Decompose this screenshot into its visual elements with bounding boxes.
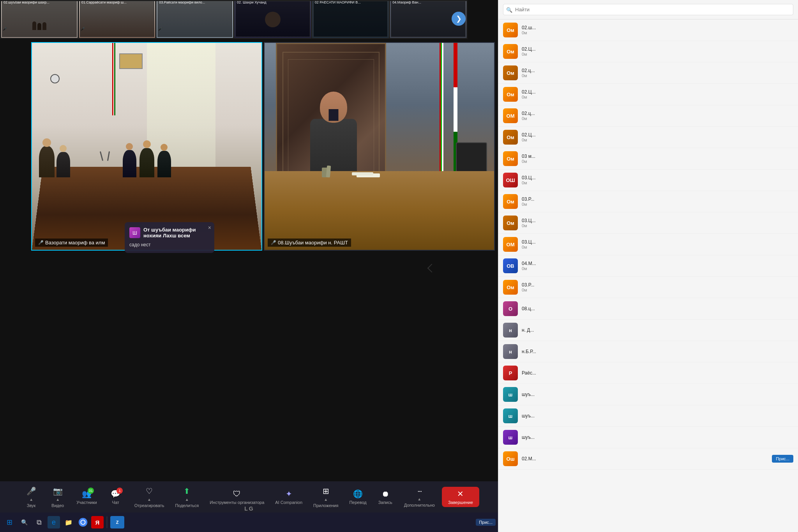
sidebar-item[interactable]: О08.ц... — [498, 298, 798, 320]
sidebar-avatar: Ом — [503, 65, 518, 80]
participant-label-3: 03.Раёсати маорифи вило... — [157, 1, 232, 37]
audio-arrow: ▲ — [29, 497, 33, 502]
end-call-button[interactable]: ✕ Завершение — [442, 487, 479, 507]
sidebar-avatar: Ом — [503, 130, 518, 145]
yandex-button[interactable]: Я — [91, 516, 104, 528]
chat-sender: От шуъбаи маорифи нохияи Лахш всем — [143, 227, 210, 239]
participant-label-1: 02.шуъбаи маорифи шахр... — [2, 1, 77, 37]
participant-label-4: 02. Шахри Хучанд — [235, 1, 310, 37]
participants-label: Участники — [76, 500, 97, 505]
translate-button[interactable]: 🌐 Перевод — [345, 487, 370, 507]
participant-thumb-3[interactable]: 🎤 03.Раёсати маорифи вило... — [156, 1, 233, 38]
sidebar-item[interactable]: ОВ04.М...0м — [498, 255, 798, 277]
participant-label-2: 01.Сарраёсати маориф ш... — [80, 1, 155, 37]
participants-button[interactable]: 👥 31 Участники — [72, 487, 101, 507]
sidebar-item[interactable]: шшуъ... — [498, 427, 798, 448]
sidebar-item-info: 04.М...0м — [522, 261, 793, 271]
mic-icon-right: 🎤 — [271, 240, 276, 245]
translate-label: Перевод — [349, 500, 366, 505]
sidebar-item[interactable]: Ош02.М...Прис... — [498, 448, 798, 470]
taskbar-right: Прис... — [476, 519, 496, 526]
sidebar-item-name: шуъ... — [522, 392, 793, 397]
participant-label-5: 02 РАЁСАТИ МАОРИФИ В... — [313, 1, 388, 37]
ai-icon: ✦ — [286, 489, 292, 498]
sidebar-item[interactable]: Ом02.Ц...0м — [498, 41, 798, 62]
taskview-button[interactable]: ⧉ — [33, 516, 45, 528]
sidebar-item[interactable]: Ом02.Ц...0м — [498, 127, 798, 148]
sidebar-item-time: 0м — [522, 138, 793, 142]
sidebar-item-info: 02.Ц...0м — [522, 46, 793, 57]
share-icon: ⬆ — [184, 486, 190, 496]
participant-thumb-2[interactable]: 🎤 01.Сарраёсати маориф ш... — [79, 1, 156, 38]
participant-thumb-1[interactable]: 🎤 02.шуъбаи маорифи шахр... — [1, 1, 78, 38]
sidebar-avatar: ш — [503, 387, 518, 402]
video-panel-right[interactable]: 🎤 08.Шуъбаи маорифи н. РАШТ — [264, 42, 495, 251]
react-arrow: ▲ — [147, 497, 151, 502]
sidebar-item[interactable]: нн.Б.Р... — [498, 341, 798, 362]
sidebar-item[interactable]: шшуъ... — [498, 405, 798, 427]
video-button[interactable]: 📷 ▲ Видео — [46, 484, 69, 510]
sidebar-item-name: 03.Ц... — [522, 239, 793, 245]
sidebar-item[interactable]: нн. Д... — [498, 320, 798, 341]
share-button[interactable]: ⬆ ▲ Поделиться — [171, 484, 203, 510]
sidebar-item-name: 03.Р... — [522, 196, 793, 202]
sidebar-item[interactable]: Ом03.Р...0м — [498, 191, 798, 212]
mic-icon-left: 🎤 — [38, 240, 44, 245]
sidebar-item-info: 02.ц...0м — [522, 111, 793, 121]
sidebar-item-info: 02.ц...0м — [522, 68, 793, 78]
nav-arrow-right[interactable]: ❯ — [452, 12, 466, 26]
react-button[interactable]: ♡ ▲ Отреагировать — [131, 484, 168, 510]
record-button[interactable]: ⏺ Запись — [374, 487, 397, 507]
sidebar-item[interactable]: ОШ03.Ц...0м — [498, 170, 798, 191]
sidebar-avatar: н — [503, 344, 518, 359]
lg-logo: LG — [244, 505, 254, 512]
sidebar-item-time: 0м — [522, 245, 793, 249]
chrome-button[interactable] — [77, 516, 89, 528]
more-button[interactable]: ··· ▲ Дополнительно — [400, 484, 439, 510]
sidebar-item[interactable]: шшуъ... — [498, 384, 798, 405]
sidebar-item[interactable]: Ом02.ц...0м — [498, 62, 798, 84]
sidebar-item[interactable]: Ом03.Ц...0м — [498, 212, 798, 234]
chat-button[interactable]: 💬 1 Чат — [104, 487, 127, 507]
windows-start-button[interactable]: ⊞ — [3, 516, 16, 528]
search-input[interactable] — [503, 4, 793, 15]
audio-button[interactable]: 🎤 ▲ Звук — [19, 484, 43, 510]
more-icon: ··· — [417, 486, 422, 495]
sidebar-avatar: ш — [503, 408, 518, 423]
sidebar-item-name: 02.Ц... — [522, 46, 793, 52]
taskbar-join-label[interactable]: Прис... — [476, 519, 496, 526]
ai-companion-button[interactable]: ✦ AI Companion — [271, 487, 306, 507]
sidebar-item-info: 02.М... — [522, 456, 768, 461]
edge-button[interactable]: e — [48, 516, 60, 528]
sidebar-item-name: шуъ... — [522, 435, 793, 440]
organizer-label: Инструменты организатора — [210, 500, 264, 505]
camera-icon: 📷 — [53, 486, 63, 496]
zoom-taskbar-button[interactable]: Z — [110, 516, 124, 528]
sidebar-item-time: 0м — [522, 223, 793, 228]
participant-thumb-4[interactable]: 02. Шахри Хучанд — [234, 1, 311, 38]
apps-button[interactable]: ⊞ ▲ Приложения — [309, 484, 342, 510]
join-button[interactable]: Прис... — [772, 455, 793, 463]
sidebar-item[interactable]: РРаёс... — [498, 362, 798, 384]
sidebar-item[interactable]: Ом02.Ц...0м — [498, 84, 798, 105]
search-taskbar-button[interactable]: 🔍 — [18, 516, 30, 528]
explorer-button[interactable]: 📁 — [62, 516, 75, 528]
organizer-button[interactable]: 🛡 Инструменты организатора — [206, 487, 268, 507]
right-sidebar: 🔍 Ом02.ш...0мОм02.Ц...0мОм02.ц...0мОм02.… — [498, 0, 798, 532]
participant-thumb-5[interactable]: 02 РАЁСАТИ МАОРИФИ В... — [312, 1, 389, 38]
sidebar-item-name: 03.Ц... — [522, 218, 793, 223]
sidebar-item[interactable]: ОМ02.ц...0м — [498, 105, 798, 127]
sidebar-avatar: н — [503, 323, 518, 338]
chat-badge: 1 — [117, 488, 123, 494]
sidebar-item-name: 08.ц... — [522, 306, 793, 311]
sidebar-item-info: 03.Р...0м — [522, 196, 793, 207]
sidebar-item-name: шуъ... — [522, 413, 793, 419]
sidebar-item[interactable]: Ом03 м...0м — [498, 148, 798, 170]
sidebar-item[interactable]: Ом03.Р...0м — [498, 277, 798, 298]
video-panel-left[interactable]: 🎤 Вазорати маориф ва илм — [31, 42, 262, 251]
main-video-area: 🎤 Вазорати маориф ва илм — [31, 42, 495, 251]
screen: 🎤 02.шуъбаи маорифи шахр... 🎤 01.Сарраёс… — [0, 0, 499, 532]
chat-close-button[interactable]: × — [208, 224, 211, 231]
sidebar-item[interactable]: Ом02.ш...0м — [498, 19, 798, 41]
sidebar-item[interactable]: ОМ03.Ц...0м — [498, 234, 798, 255]
